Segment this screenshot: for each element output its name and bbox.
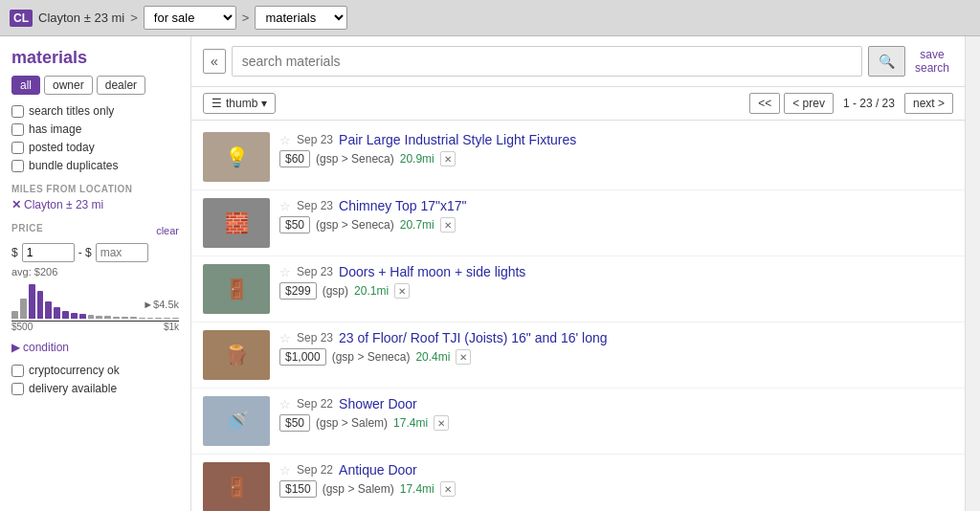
topbar: CL Clayton ± 23 mi > for salehousingjobs… (0, 0, 980, 36)
listing-title[interactable]: Doors + Half moon + side lights (339, 264, 525, 279)
pagination: << < prev 1 - 23 / 23 next > (749, 93, 953, 114)
checkbox-has-image-input[interactable] (11, 123, 24, 136)
listing-item: 🧱 ☆ Sep 23 Chimney Top 17"x17" $50 (gsp … (191, 190, 965, 256)
checkbox-has-image[interactable]: has image (11, 122, 179, 136)
listing-distance: 20.4mi (415, 350, 450, 364)
listing-price-row: $60 (gsp > Seneca) 20.9mi ✕ (279, 150, 953, 167)
main-layout: materials all owner dealer search titles… (0, 36, 980, 511)
checkbox-delivery-input[interactable] (11, 383, 24, 395)
listing-title[interactable]: Chimney Top 17"x17" (339, 198, 466, 213)
checkbox-titles-only-input[interactable] (11, 105, 24, 118)
listing-title[interactable]: 23 of Floor/ Roof TJI (Joists) 16" and 1… (339, 330, 608, 345)
listing-title[interactable]: Shower Door (339, 396, 417, 411)
listing-price: $50 (279, 414, 310, 432)
search-button[interactable]: 🔍 (868, 46, 905, 77)
checkbox-posted-today[interactable]: posted today (11, 141, 179, 154)
filter-owner[interactable]: owner (44, 76, 93, 95)
arrow-1: > (130, 11, 138, 25)
checkbox-bundle-duplicates[interactable]: bundle duplicates (11, 159, 179, 172)
checkbox-posted-today-input[interactable] (11, 142, 24, 154)
listing-date: Sep 23 (297, 331, 333, 344)
listing-item: 💡 ☆ Sep 23 Pair Large Industrial Style L… (191, 124, 965, 190)
listing-item: 🚪 ☆ Sep 22 Antique Door $150 (gsp > Sale… (191, 455, 965, 511)
listing-thumb-icon: 🪵 (203, 330, 270, 380)
listing-hide-button[interactable]: ✕ (434, 415, 449, 431)
condition-toggle[interactable]: ▶ condition (11, 341, 179, 354)
checkbox-crypto-input[interactable] (11, 365, 24, 377)
listing-date: Sep 22 (297, 463, 333, 477)
listing-thumb: 🚿 (203, 396, 270, 446)
listing-hide-button[interactable]: ✕ (456, 349, 471, 365)
checkbox-bundle-duplicates-input[interactable] (11, 160, 24, 172)
price-chart: $500 $1k ►$4.5k (11, 283, 179, 331)
listing-location: (gsp > Seneca) (332, 350, 411, 364)
thumb-view-button[interactable]: ☰ thumb ▾ (203, 93, 276, 114)
listing-thumb: 🚪 (203, 264, 270, 314)
star-icon[interactable]: ☆ (279, 265, 291, 279)
price-section: PRICE clear $ - $ avg: $206 $500 $1k ►$4… (11, 223, 179, 331)
location-remove-icon[interactable]: ✕ (11, 198, 21, 211)
collapse-sidebar-button[interactable]: « (203, 49, 226, 74)
listing-hide-button[interactable]: ✕ (440, 481, 456, 497)
prev-page-button[interactable]: < prev (784, 93, 834, 114)
listing-info: ☆ Sep 22 Shower Door $50 (gsp > Salem) 1… (279, 396, 953, 432)
listing-hide-button[interactable]: ✕ (440, 217, 456, 233)
listing-meta: ☆ Sep 23 Pair Large Industrial Style Lig… (279, 132, 953, 147)
listing-info: ☆ Sep 23 23 of Floor/ Roof TJI (Joists) … (279, 330, 953, 366)
page-info: 1 - 23 / 23 (837, 97, 901, 110)
chevron-right-icon: ▶ (11, 341, 20, 354)
listing-thumb-icon: 🧱 (203, 198, 270, 248)
listing-item: 🚿 ☆ Sep 22 Shower Door $50 (gsp > Salem)… (191, 389, 965, 455)
category-select-forsale[interactable]: for salehousingjobsservicescommunitygigs… (144, 6, 236, 30)
listing-title[interactable]: Antique Door (339, 462, 417, 478)
listing-price: $60 (279, 150, 310, 167)
miles-label: MILES FROM LOCATION (11, 184, 179, 194)
listing-location: (gsp > Seneca) (316, 152, 394, 166)
first-page-button[interactable]: << (749, 93, 780, 114)
right-scrollbar[interactable] (965, 36, 980, 511)
location-filter: MILES FROM LOCATION ✕ Clayton ± 23 mi (11, 184, 179, 211)
listing-hide-button[interactable]: ✕ (440, 151, 456, 167)
next-page-button[interactable]: next > (904, 93, 953, 114)
search-area: « 🔍 savesearch (191, 36, 965, 87)
listing-item: 🚪 ☆ Sep 23 Doors + Half moon + side ligh… (191, 256, 965, 322)
star-icon[interactable]: ☆ (279, 331, 291, 345)
checkbox-delivery[interactable]: delivery available (11, 382, 179, 395)
listing-distance: 20.9mi (400, 152, 434, 166)
price-axis-far: ►$4.5k (143, 299, 179, 310)
star-icon[interactable]: ☆ (279, 397, 291, 411)
save-search-button[interactable]: savesearch (911, 48, 953, 76)
listing-price: $299 (279, 282, 317, 300)
search-icon: 🔍 (879, 54, 895, 69)
avg-price: avg: $206 (11, 266, 179, 278)
listing-distance: 20.1mi (354, 284, 389, 298)
listing-price-row: $50 (gsp > Seneca) 20.7mi ✕ (279, 216, 953, 233)
chevron-down-icon: ▾ (261, 97, 267, 110)
price-max-input[interactable] (96, 243, 148, 262)
filter-dealer[interactable]: dealer (97, 76, 145, 95)
listing-hide-button[interactable]: ✕ (394, 283, 410, 299)
listing-thumb: 🧱 (203, 198, 270, 248)
listing-price: $150 (279, 480, 317, 498)
cl-logo[interactable]: CL (10, 10, 33, 27)
listing-thumb-icon: 💡 (203, 132, 270, 182)
star-icon[interactable]: ☆ (279, 463, 291, 478)
listings: 💡 ☆ Sep 23 Pair Large Industrial Style L… (191, 121, 965, 511)
listing-title[interactable]: Pair Large Industrial Style Light Fixtur… (339, 132, 576, 147)
clear-price-link[interactable]: clear (156, 225, 179, 236)
listing-meta: ☆ Sep 22 Shower Door (279, 396, 953, 411)
category-select-materials[interactable]: materialsantiquesappliancesarts+craftsau… (255, 6, 347, 30)
listing-date: Sep 23 (297, 199, 333, 212)
listing-location: (gsp) (323, 284, 348, 298)
star-icon[interactable]: ☆ (279, 199, 291, 213)
price-min-input[interactable] (22, 243, 75, 262)
filter-checkboxes: search titles only has image posted toda… (11, 104, 179, 172)
listing-price-row: $299 (gsp) 20.1mi ✕ (279, 282, 953, 300)
listing-distance: 20.7mi (400, 218, 434, 232)
star-icon[interactable]: ☆ (279, 133, 291, 147)
listing-date: Sep 23 (297, 133, 333, 146)
checkbox-crypto[interactable]: cryptocurrency ok (11, 364, 179, 377)
checkbox-titles-only[interactable]: search titles only (11, 104, 179, 118)
filter-all[interactable]: all (11, 76, 40, 95)
search-input[interactable] (232, 46, 862, 77)
